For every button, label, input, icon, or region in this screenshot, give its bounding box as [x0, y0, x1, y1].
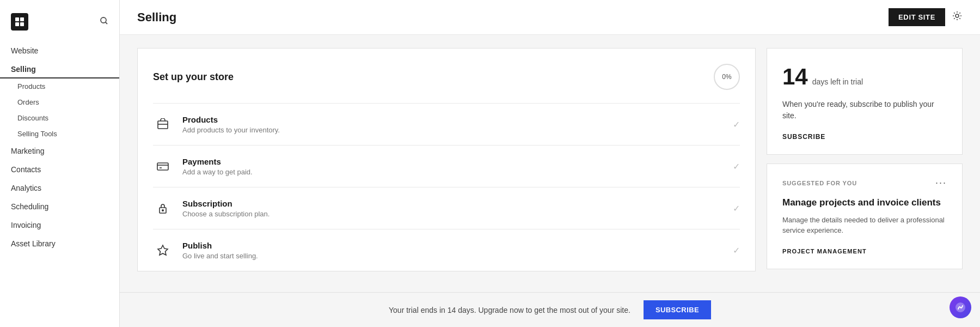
- sidebar-item-orders[interactable]: Orders: [0, 94, 119, 110]
- sidebar-nav: Website Selling Products Orders Discount…: [0, 41, 119, 318]
- trial-description: When you're ready, subscribe to publish …: [782, 99, 947, 122]
- svg-point-6: [955, 14, 959, 17]
- setup-store-card: Set up your store 0%: [137, 48, 756, 271]
- trial-days-number: 14: [782, 64, 808, 90]
- right-panel: 14 days left in trial When you're ready,…: [767, 48, 963, 279]
- sidebar: Website Selling Products Orders Discount…: [0, 0, 120, 327]
- progress-label: 0%: [722, 73, 731, 81]
- edit-site-button[interactable]: EDIT SITE: [889, 8, 945, 26]
- settings-button[interactable]: [952, 10, 963, 24]
- setup-item-products[interactable]: Products Add products to your inventory.…: [153, 103, 740, 145]
- products-desc: Add products to your inventory.: [182, 126, 280, 134]
- logo-icon: [11, 13, 28, 31]
- sidebar-item-selling-tools[interactable]: Selling Tools: [0, 126, 119, 142]
- subscription-icon: [153, 198, 173, 218]
- store-card-header: Set up your store 0%: [153, 64, 740, 90]
- topbar-actions: EDIT SITE: [889, 8, 963, 26]
- suggested-card: SUGGESTED FOR YOU ··· Manage projects an…: [767, 164, 963, 269]
- sidebar-item-invoicing[interactable]: Invoicing: [0, 216, 119, 234]
- payments-title: Payments: [182, 157, 253, 166]
- sidebar-item-asset-library[interactable]: Asset Library: [0, 234, 119, 253]
- suggested-description: Manage the details needed to deliver a p…: [782, 215, 947, 236]
- search-button[interactable]: [100, 16, 108, 27]
- products-icon: [153, 114, 173, 134]
- suggested-title: Manage projects and invoice clients: [782, 196, 947, 209]
- setup-item-publish[interactable]: Publish Go live and start selling. ✓: [153, 229, 740, 271]
- topbar: Selling EDIT SITE: [120, 0, 980, 35]
- content-area: Set up your store 0%: [120, 35, 980, 292]
- svg-rect-7: [158, 121, 168, 129]
- store-card-title: Set up your store: [153, 71, 234, 83]
- subscription-desc: Choose a subscription plan.: [182, 210, 270, 218]
- subscription-title: Subscription: [182, 199, 270, 208]
- subscription-check-icon: ✓: [733, 203, 740, 214]
- sidebar-item-website[interactable]: Website: [0, 41, 119, 60]
- trial-subscribe-button[interactable]: SUBSCRIBE: [782, 133, 825, 141]
- payments-check-icon: ✓: [733, 161, 740, 172]
- setup-item-payments[interactable]: Payments Add a way to get paid. ✓: [153, 145, 740, 187]
- main-area: Selling EDIT SITE Set up your store 0%: [120, 0, 980, 327]
- svg-rect-9: [157, 163, 168, 170]
- sidebar-item-scheduling[interactable]: Scheduling: [0, 197, 119, 216]
- publish-check-icon: ✓: [733, 245, 740, 256]
- bottom-banner: Your trial ends in 14 days. Upgrade now …: [120, 292, 980, 327]
- sidebar-item-discounts[interactable]: Discounts: [0, 110, 119, 126]
- products-check-icon: ✓: [733, 119, 740, 130]
- sidebar-item-analytics[interactable]: Analytics: [0, 179, 119, 197]
- payments-icon: [153, 156, 173, 176]
- svg-rect-2: [15, 22, 19, 26]
- svg-rect-1: [20, 17, 24, 21]
- sidebar-item-marketing[interactable]: Marketing: [0, 142, 119, 160]
- publish-title: Publish: [182, 241, 258, 250]
- banner-subscribe-button[interactable]: SUBSCRIBE: [644, 300, 711, 319]
- svg-rect-0: [15, 17, 19, 21]
- trial-days-label: days left in trial: [812, 77, 863, 86]
- svg-point-13: [162, 210, 163, 211]
- sidebar-item-contacts[interactable]: Contacts: [0, 160, 119, 179]
- suggested-label: SUGGESTED FOR YOU: [782, 180, 857, 186]
- banner-text: Your trial ends in 14 days. Upgrade now …: [389, 306, 630, 314]
- products-title: Products: [182, 115, 280, 124]
- sidebar-item-selling[interactable]: Selling: [0, 60, 119, 78]
- svg-rect-3: [20, 22, 24, 26]
- svg-marker-14: [158, 245, 168, 255]
- svg-line-5: [106, 22, 108, 25]
- suggested-more-button[interactable]: ···: [935, 177, 947, 189]
- sidebar-header: [0, 9, 119, 41]
- trial-card: 14 days left in trial When you're ready,…: [767, 48, 963, 155]
- page-title: Selling: [137, 10, 176, 25]
- publish-icon: [153, 240, 173, 260]
- setup-item-subscription[interactable]: Subscription Choose a subscription plan.…: [153, 187, 740, 229]
- ai-assistant-button[interactable]: [950, 296, 971, 318]
- project-management-button[interactable]: PROJECT MANAGEMENT: [782, 248, 867, 255]
- sidebar-item-products[interactable]: Products: [0, 78, 119, 94]
- progress-circle: 0%: [714, 64, 740, 90]
- left-panel: Set up your store 0%: [137, 48, 756, 279]
- payments-desc: Add a way to get paid.: [182, 168, 253, 176]
- publish-desc: Go live and start selling.: [182, 252, 258, 260]
